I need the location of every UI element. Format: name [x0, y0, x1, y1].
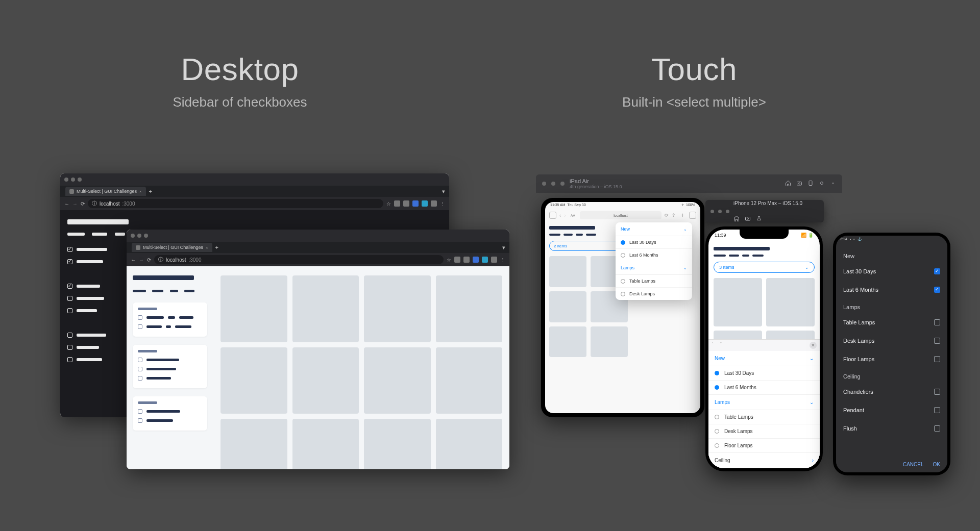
- traffic-light-min-icon[interactable]: [137, 234, 141, 238]
- checkbox-icon[interactable]: [67, 345, 72, 350]
- nav-reload-icon[interactable]: ⟳: [81, 201, 85, 207]
- sim-screenshot-icon[interactable]: [745, 215, 751, 222]
- keyboard-accessory-arrows[interactable]: ˄ ˅: [712, 342, 724, 347]
- sim-rotate-icon[interactable]: [807, 180, 814, 187]
- checkbox-icon[interactable]: [67, 308, 72, 313]
- nav-back-icon[interactable]: ‹: [559, 213, 561, 218]
- optgroup-header[interactable]: Ceiling ›: [708, 453, 820, 468]
- option-row[interactable]: Desk Lamps: [708, 424, 820, 439]
- checkbox-icon[interactable]: [934, 425, 940, 432]
- result-card[interactable]: [292, 419, 359, 469]
- result-card[interactable]: [292, 275, 359, 342]
- result-card[interactable]: [292, 347, 359, 414]
- option-row[interactable]: Chandeliers: [836, 383, 947, 401]
- option-row[interactable]: Last 30 Days: [616, 236, 692, 248]
- optgroup-header[interactable]: Lamps ⌄: [708, 395, 820, 410]
- sim-home-icon[interactable]: [733, 215, 740, 222]
- option-row[interactable]: Last 6 Months: [616, 248, 692, 261]
- optgroup-header[interactable]: Lamps ⌄: [616, 261, 692, 275]
- checkbox-row[interactable]: [67, 333, 118, 338]
- sim-home-icon[interactable]: [785, 180, 791, 187]
- extension-icon[interactable]: [454, 257, 460, 263]
- checkbox-icon[interactable]: [67, 296, 72, 301]
- result-card[interactable]: [220, 347, 287, 414]
- option-row[interactable]: Last 6 Months: [708, 381, 820, 395]
- extension-icon[interactable]: [491, 257, 497, 263]
- option-row[interactable]: Table Lamps: [836, 313, 947, 332]
- traffic-light-min-icon[interactable]: [551, 182, 555, 186]
- result-card[interactable]: [549, 256, 586, 287]
- close-tab-icon[interactable]: ×: [206, 245, 208, 250]
- result-card[interactable]: [364, 419, 431, 469]
- browser-menu-icon[interactable]: ⋮: [440, 201, 445, 207]
- traffic-light-min-icon[interactable]: [71, 178, 75, 182]
- option-row[interactable]: Floor Lamps: [836, 350, 947, 368]
- result-card[interactable]: [220, 419, 287, 469]
- traffic-light-max-icon[interactable]: [144, 234, 148, 238]
- result-card[interactable]: [364, 275, 431, 342]
- checkbox-icon[interactable]: [934, 319, 940, 325]
- result-card[interactable]: [549, 326, 586, 358]
- optgroup-header[interactable]: New ⌄: [616, 222, 692, 236]
- ok-button[interactable]: OK: [933, 462, 940, 467]
- window-menu-icon[interactable]: ▾: [442, 188, 445, 195]
- nav-forward-icon[interactable]: →: [72, 201, 78, 207]
- checkbox-icon[interactable]: [934, 338, 940, 344]
- option-row[interactable]: Flush: [836, 419, 947, 438]
- browser-menu-icon[interactable]: ⋮: [500, 257, 505, 263]
- extension-icon[interactable]: [431, 200, 437, 207]
- checkbox-row[interactable]: [138, 409, 202, 414]
- browser-tab[interactable]: Multi-Select | GUI Challenges ×: [132, 243, 212, 252]
- option-row[interactable]: Desk Lamps: [836, 332, 947, 350]
- site-info-icon[interactable]: ⓘ: [92, 200, 97, 207]
- browser-tab[interactable]: Multi-Select | GUI Challenges ×: [65, 187, 146, 196]
- result-card[interactable]: [591, 326, 628, 358]
- new-tab-button[interactable]: +: [215, 244, 218, 250]
- checkbox-row[interactable]: [138, 324, 202, 329]
- traffic-light-close-icon[interactable]: [64, 178, 68, 182]
- nav-back-icon[interactable]: ←: [64, 201, 69, 207]
- traffic-light-close-icon[interactable]: [710, 210, 714, 213]
- checkbox-icon[interactable]: [67, 259, 72, 264]
- checkbox-icon[interactable]: [67, 333, 72, 338]
- option-row[interactable]: Floor Lamps: [708, 439, 820, 453]
- checkbox-row[interactable]: [138, 418, 202, 423]
- traffic-light-max-icon[interactable]: [560, 182, 565, 186]
- nav-forward-icon[interactable]: →: [139, 257, 144, 263]
- result-card[interactable]: [436, 347, 503, 414]
- checkbox-row[interactable]: [67, 345, 118, 350]
- star-icon[interactable]: ☆: [447, 257, 451, 263]
- result-card[interactable]: [714, 278, 762, 326]
- checkbox-row[interactable]: [67, 259, 118, 264]
- checkbox-row[interactable]: [67, 247, 118, 252]
- traffic-light-max-icon[interactable]: [726, 210, 729, 213]
- share-icon[interactable]: ⇪: [672, 213, 676, 218]
- nav-back-icon[interactable]: ←: [131, 257, 136, 263]
- traffic-light-max-icon[interactable]: [78, 178, 82, 182]
- optgroup-header[interactable]: New ⌄: [708, 351, 820, 366]
- result-card[interactable]: [549, 291, 586, 322]
- checkbox-row[interactable]: [67, 357, 118, 362]
- option-row[interactable]: Last 30 Days: [708, 366, 820, 381]
- checkbox-icon[interactable]: [67, 357, 72, 362]
- traffic-light-close-icon[interactable]: [131, 234, 135, 238]
- reader-aa-icon[interactable]: AA: [569, 214, 577, 217]
- extension-icon[interactable]: [394, 200, 400, 207]
- checkbox-row[interactable]: [138, 358, 202, 362]
- checkbox-row[interactable]: [67, 308, 118, 313]
- option-row[interactable]: Pendant: [836, 401, 947, 419]
- result-card[interactable]: [364, 347, 431, 414]
- sim-more-icon[interactable]: [830, 180, 836, 187]
- checkbox-icon[interactable]: [934, 407, 940, 413]
- star-icon[interactable]: ☆: [386, 201, 391, 207]
- option-row[interactable]: Last 30 Days: [836, 262, 947, 281]
- option-row[interactable]: Table Lamps: [708, 410, 820, 424]
- checkbox-row[interactable]: [138, 376, 202, 381]
- checkbox-icon[interactable]: [934, 356, 940, 362]
- checkbox-icon[interactable]: [934, 268, 940, 274]
- sidebar-toggle-icon[interactable]: [549, 212, 556, 219]
- extension-icon[interactable]: [463, 257, 470, 263]
- new-tab-button[interactable]: +: [149, 188, 152, 194]
- extension-icon[interactable]: [403, 200, 409, 207]
- traffic-light-min-icon[interactable]: [718, 210, 722, 213]
